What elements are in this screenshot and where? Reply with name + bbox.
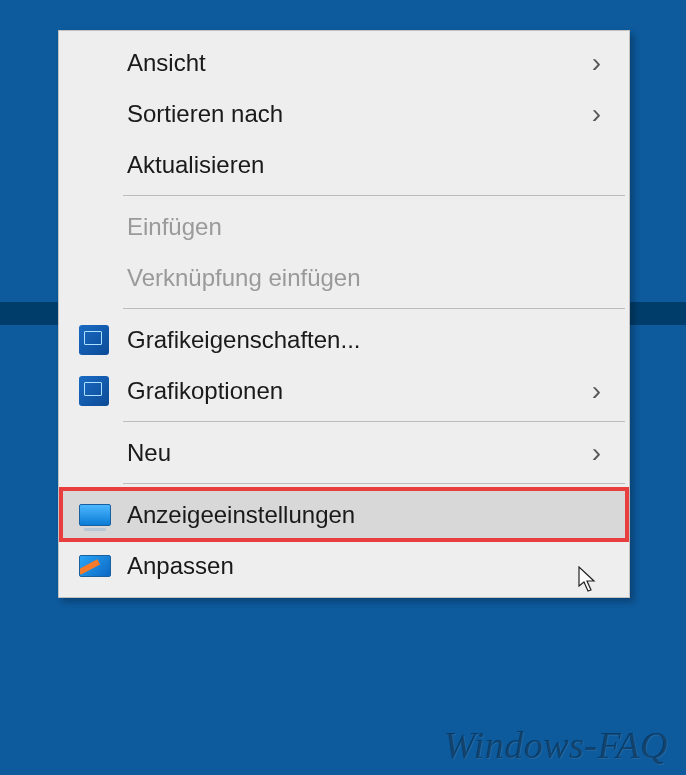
menu-item-view[interactable]: Ansicht › bbox=[61, 37, 627, 88]
menu-item-label: Grafikoptionen bbox=[127, 377, 592, 405]
icon-slot bbox=[79, 555, 127, 577]
menu-item-label: Verknüpfung einfügen bbox=[127, 264, 607, 292]
watermark: Windows-FAQ bbox=[444, 723, 668, 767]
menu-item-refresh[interactable]: Aktualisieren bbox=[61, 139, 627, 190]
menu-item-graphics-properties[interactable]: Grafikeigenschaften... bbox=[61, 314, 627, 365]
menu-item-label: Anpassen bbox=[127, 552, 607, 580]
menu-item-paste-shortcut: Verknüpfung einfügen bbox=[61, 252, 627, 303]
menu-separator bbox=[123, 195, 625, 196]
intel-graphics-icon bbox=[79, 325, 109, 355]
menu-item-label: Aktualisieren bbox=[127, 151, 607, 179]
desktop-context-menu: Ansicht › Sortieren nach › Aktualisieren… bbox=[58, 30, 630, 598]
menu-item-label: Einfügen bbox=[127, 213, 607, 241]
menu-item-label: Anzeigeeinstellungen bbox=[127, 501, 607, 529]
menu-item-new[interactable]: Neu › bbox=[61, 427, 627, 478]
menu-item-label: Grafikeigenschaften... bbox=[127, 326, 607, 354]
menu-item-label: Ansicht bbox=[127, 49, 592, 77]
chevron-right-icon: › bbox=[592, 375, 607, 407]
icon-slot bbox=[79, 325, 127, 355]
menu-separator bbox=[123, 308, 625, 309]
menu-item-label: Neu bbox=[127, 439, 592, 467]
icon-slot bbox=[79, 504, 127, 526]
chevron-right-icon: › bbox=[592, 98, 607, 130]
menu-item-personalize[interactable]: Anpassen bbox=[61, 540, 627, 591]
icon-slot bbox=[79, 376, 127, 406]
menu-item-graphics-options[interactable]: Grafikoptionen › bbox=[61, 365, 627, 416]
menu-item-sort[interactable]: Sortieren nach › bbox=[61, 88, 627, 139]
chevron-right-icon: › bbox=[592, 47, 607, 79]
menu-item-label: Sortieren nach bbox=[127, 100, 592, 128]
menu-separator bbox=[123, 421, 625, 422]
menu-item-display-settings[interactable]: Anzeigeeinstellungen bbox=[61, 489, 627, 540]
display-icon bbox=[79, 504, 111, 526]
intel-graphics-icon bbox=[79, 376, 109, 406]
personalize-icon bbox=[79, 555, 111, 577]
chevron-right-icon: › bbox=[592, 437, 607, 469]
menu-item-paste: Einfügen bbox=[61, 201, 627, 252]
menu-separator bbox=[123, 483, 625, 484]
